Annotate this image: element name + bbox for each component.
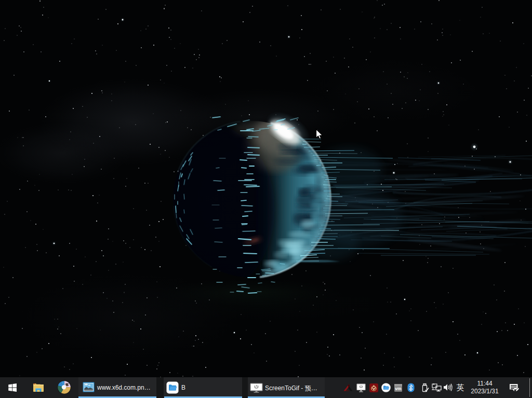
svg-text:vm: vm xyxy=(395,386,402,391)
